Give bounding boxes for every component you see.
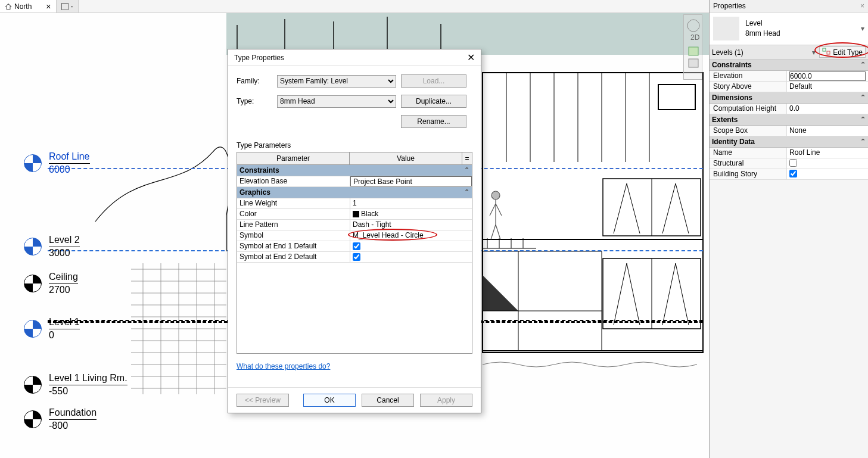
- properties-title: Properties: [713, 2, 746, 10]
- column-parameter: Parameter: [237, 152, 350, 164]
- collapse-icon: ⌃: [464, 188, 469, 197]
- param-row[interactable]: Symbol at End 2 Default: [237, 252, 472, 263]
- param-value[interactable]: [350, 252, 472, 262]
- close-icon[interactable]: ✕: [467, 52, 475, 63]
- ok-button[interactable]: OK: [303, 394, 356, 407]
- collapse-icon: ⌃: [860, 61, 866, 69]
- section-graphics[interactable]: Graphics ⌃: [237, 187, 472, 198]
- preview-button: << Preview: [237, 394, 289, 407]
- chevron-down-icon: ▾: [861, 24, 864, 33]
- param-row[interactable]: Line Weight 1: [237, 198, 472, 209]
- param-value[interactable]: Project Base Point: [350, 176, 472, 186]
- prop-row[interactable]: Building Story: [710, 169, 868, 180]
- panel-close-icon[interactable]: ×: [860, 2, 864, 10]
- level-name: Level 1: [49, 317, 80, 328]
- level-marker-foundation[interactable]: Foundation -800: [24, 407, 97, 431]
- type-properties-dialog: Type Properties ✕ Family: System Family:…: [228, 49, 481, 413]
- level-marker-level2[interactable]: Level 2 3000: [24, 235, 80, 258]
- prop-value[interactable]: 0.0: [787, 104, 868, 114]
- level-marker-roof-line[interactable]: Roof Line 6000: [24, 151, 90, 175]
- load-button: Load...: [401, 74, 466, 88]
- param-value[interactable]: [350, 241, 472, 251]
- level-marker-level1-living[interactable]: Level 1 Living Rm. -550: [24, 373, 127, 397]
- edit-type-button[interactable]: Edit Type: [819, 46, 866, 58]
- duplicate-button[interactable]: Duplicate...: [401, 95, 466, 108]
- type-subname: 8mm Head: [745, 29, 780, 39]
- prop-key: Scope Box: [710, 126, 787, 136]
- rename-button[interactable]: Rename...: [401, 115, 466, 128]
- structural-checkbox[interactable]: [789, 159, 797, 167]
- prop-key: Structural: [710, 158, 787, 169]
- edit-type-icon: [822, 48, 830, 57]
- level-head-icon: [24, 275, 42, 292]
- prop-row[interactable]: Elevation: [710, 71, 868, 82]
- apply-button: Apply: [420, 394, 472, 407]
- properties-panel: Properties × Level 8mm Head ▾ Levels (1)…: [709, 0, 868, 458]
- prop-row[interactable]: Scope Box None: [710, 126, 868, 136]
- dialog-title: Type Properties: [234, 54, 284, 62]
- level-name: Ceiling: [49, 272, 78, 282]
- view-tab-north[interactable]: North ×: [0, 0, 57, 13]
- svg-rect-35: [827, 51, 830, 54]
- level-value: -550: [49, 385, 127, 397]
- param-value[interactable]: 1: [350, 198, 472, 208]
- section-constraints[interactable]: Constraints⌃: [710, 60, 868, 71]
- param-value[interactable]: Dash - Tight: [350, 220, 472, 230]
- symbol-end1-checkbox[interactable]: [353, 242, 360, 250]
- instance-count[interactable]: Levels (1): [712, 48, 808, 57]
- type-select[interactable]: 8mm Head: [277, 95, 396, 108]
- tab-label: North: [14, 2, 32, 11]
- view-tab-other[interactable]: -: [57, 0, 79, 13]
- param-row[interactable]: Line Pattern Dash - Tight: [237, 220, 472, 230]
- section-constraints[interactable]: Constraints ⌃: [237, 165, 472, 176]
- param-row[interactable]: Elevation Base Project Base Point: [237, 176, 472, 187]
- level-head-icon: [24, 238, 42, 256]
- param-row-symbol[interactable]: Symbol M_Level Head - Circle: [237, 230, 472, 241]
- symbol-end2-checkbox[interactable]: [353, 253, 360, 261]
- column-eq: =: [462, 152, 472, 164]
- cancel-button[interactable]: Cancel: [362, 394, 414, 407]
- prop-value[interactable]: Roof Line: [787, 148, 868, 158]
- level-name: Roof Line: [49, 151, 90, 162]
- level-value: 2700: [49, 283, 78, 295]
- section-dimensions[interactable]: Dimensions⌃: [710, 92, 868, 104]
- home-icon: [5, 3, 12, 10]
- param-value[interactable]: Black: [350, 209, 472, 219]
- page-icon: [61, 3, 69, 10]
- prop-row[interactable]: Story Above Default: [710, 82, 868, 92]
- prop-value[interactable]: Default: [787, 82, 868, 92]
- family-label: Family:: [237, 77, 272, 85]
- svg-rect-33: [689, 59, 698, 67]
- prop-key: Name: [710, 148, 787, 158]
- elevation-input[interactable]: [789, 71, 866, 81]
- level-head-icon: [24, 410, 42, 428]
- level-name: Level 1 Living Rm.: [49, 373, 127, 384]
- prop-row[interactable]: Structural: [710, 158, 868, 169]
- prop-value[interactable]: None: [787, 126, 868, 136]
- type-parameters-grid: Parameter Value = Constraints ⌃ Elevatio…: [237, 152, 472, 354]
- level-value: -800: [49, 419, 97, 431]
- view-navigation-bar[interactable]: 2D: [683, 14, 702, 80]
- building-story-checkbox[interactable]: [789, 170, 797, 177]
- close-icon[interactable]: ×: [46, 2, 51, 11]
- param-row[interactable]: Color Black: [237, 209, 472, 220]
- help-link[interactable]: What do these properties do?: [237, 362, 472, 370]
- level-head-icon: [24, 154, 42, 172]
- section-extents[interactable]: Extents⌃: [710, 114, 868, 126]
- level-value: 6000: [49, 163, 90, 175]
- collapse-icon: ⌃: [860, 116, 866, 124]
- prop-key: Computation Height: [710, 104, 787, 114]
- level-marker-ceiling[interactable]: Ceiling 2700: [24, 272, 78, 295]
- level-head-icon: [24, 320, 42, 338]
- param-key: Elevation Base: [237, 176, 350, 186]
- collapse-icon: ⌃: [464, 166, 469, 175]
- section-identity-data[interactable]: Identity Data⌃: [710, 136, 868, 148]
- prop-row[interactable]: Computation Height 0.0: [710, 104, 868, 114]
- type-selector[interactable]: Level 8mm Head ▾: [710, 13, 868, 45]
- level-marker-level1[interactable]: Level 1 0: [24, 317, 80, 341]
- param-row[interactable]: Symbol at End 1 Default: [237, 241, 472, 252]
- param-value[interactable]: M_Level Head - Circle: [350, 230, 472, 241]
- family-select[interactable]: System Family: Level: [277, 75, 396, 88]
- chevron-down-icon: ▾: [812, 48, 816, 57]
- prop-row[interactable]: Name Roof Line: [710, 148, 868, 158]
